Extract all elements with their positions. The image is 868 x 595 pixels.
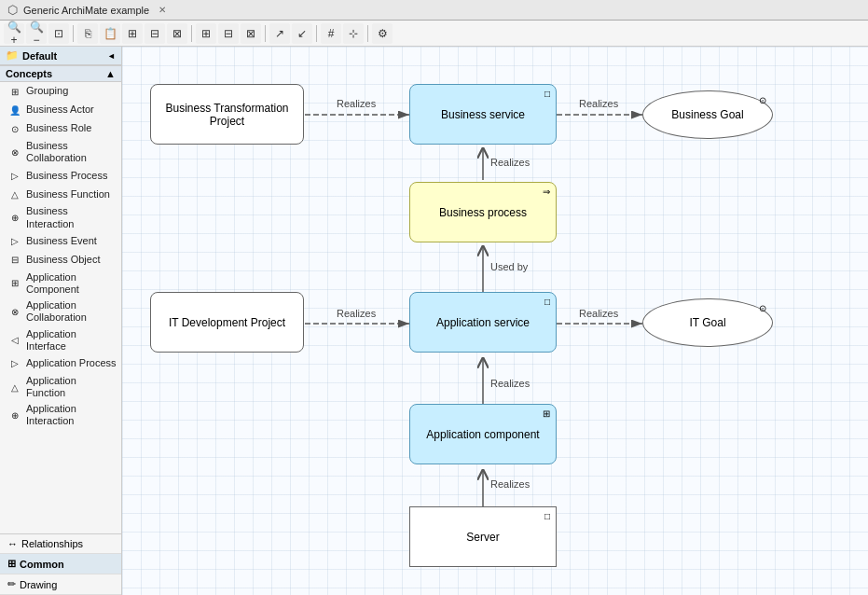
business-object-label: Business Object [26,254,100,266]
node-it-goal[interactable]: ⊙ IT Goal [642,298,773,347]
application-interface-icon: ◁ [7,333,22,348]
sidebar-item-business-object[interactable]: ⊟ Business Object [0,251,121,270]
application-process-label: Application Process [26,357,117,369]
sidebar-item-business-process[interactable]: ▷ Business Process [0,166,121,185]
label-realizes-app-service: Realizes [579,308,618,319]
sidebar-collapse-icon[interactable]: ◄ [107,51,116,61]
node-icon-biz-goal: ⊙ [759,95,766,105]
align-h-button[interactable]: ⊞ [122,23,143,44]
sidebar-scroll[interactable]: Concepts ▲ ⊞ Grouping 👤 Business Actor ⊙… [0,65,121,533]
toolbar-sep-5 [367,25,368,42]
application-function-label: Application Function [26,375,117,399]
tab-title[interactable]: Generic ArchiMate example [23,5,149,16]
import-button[interactable]: ↙ [292,23,312,44]
sidebar-bottom-tabs: ↔ Relationships ⊞ Common ✏ Drawing [0,533,121,595]
zoom-out-button[interactable]: 🔍− [26,23,47,44]
tab-relationships[interactable]: ↔ Relationships [0,534,121,554]
toolbar-sep-1 [73,25,74,42]
label-realizes-biz-service: Realizes [579,98,618,109]
layout1-button[interactable]: ⊞ [196,23,216,44]
application-interaction-icon: ⊕ [7,408,22,422]
sidebar-section-concepts[interactable]: Concepts ▲ [0,65,121,82]
grouping-icon: ⊞ [7,84,22,99]
business-role-label: Business Role [26,122,91,134]
sidebar-item-business-actor[interactable]: 👤 Business Actor [0,101,121,119]
toolbar-sep-2 [191,25,192,42]
label-realizes-app-component: Realizes [490,378,530,389]
node-it-project[interactable]: IT Development Project [150,292,304,353]
business-collaboration-icon: ⊗ [7,145,22,159]
settings-button[interactable]: ⚙ [372,23,393,44]
layout3-button[interactable]: ⊠ [241,23,261,44]
application-process-icon: ▷ [7,356,22,371]
application-function-icon: △ [7,380,22,394]
node-icon-app-service: □ [544,297,550,307]
tab-common[interactable]: ⊞ Common [0,554,121,574]
label-realizes-it-project: Realizes [337,308,376,319]
label-usedby-app-service: Used by [490,261,528,272]
distribute-button[interactable]: ⊠ [167,23,187,44]
sidebar-item-business-function[interactable]: △ Business Function [0,185,121,203]
tab-drawing[interactable]: ✏ Drawing [0,574,121,595]
sidebar-header[interactable]: 📁 Default ◄ [0,47,121,65]
paste-button[interactable]: 📋 [100,23,120,44]
node-app-component[interactable]: ⊞ Application component [409,404,557,464]
label-realizes-server: Realizes [490,478,530,490]
sidebar-item-business-interaction[interactable]: ⊕ Business Interaction [0,203,121,231]
application-collaboration-label: Application Collaboration [26,299,117,324]
relationships-tab-icon: ↔ [7,538,18,549]
tab-close-button[interactable]: ✕ [158,5,166,15]
sidebar: 📁 Default ◄ Concepts ▲ ⊞ Grouping 👤 Busi… [0,47,122,595]
sidebar-item-application-collaboration[interactable]: ⊗ Application Collaboration [0,298,121,325]
grid-toggle-button[interactable]: # [321,23,341,44]
sidebar-expand-icon: 📁 [6,49,19,62]
application-component-label: Application Component [26,271,117,296]
toolbar: 🔍+ 🔍− ⊡ ⎘ 📋 ⊞ ⊟ ⊠ ⊞ ⊟ ⊠ ↗ ↙ # ⊹ ⚙ [0,21,868,47]
business-object-icon: ⊟ [7,253,22,268]
sidebar-item-grouping[interactable]: ⊞ Grouping [0,82,121,101]
grouping-label: Grouping [26,85,68,97]
sidebar-item-business-collaboration[interactable]: ⊗ Business Collaboration [0,138,121,166]
node-biz-service[interactable]: □ Business service [409,84,557,145]
application-collaboration-icon: ⊗ [7,304,22,319]
label-realizes-biz-process: Realizes [490,157,530,168]
application-interaction-label: Application Interaction [26,403,117,427]
business-process-label: Business Process [26,170,107,182]
common-tab-label: Common [20,559,64,570]
sidebar-item-business-role[interactable]: ⊙ Business Role [0,119,121,138]
zoom-in-button[interactable]: 🔍+ [4,23,24,44]
canvas-area[interactable]: Realizes Realizes Realizes Used by Reali… [122,47,868,595]
toolbar-sep-4 [316,25,317,42]
section-collapse-icon: ▲ [105,68,116,79]
copy-button[interactable]: ⎘ [77,23,98,44]
node-app-service[interactable]: □ Application service [409,292,557,353]
business-process-icon: ▷ [7,168,22,183]
business-event-icon: ▷ [7,234,22,249]
sidebar-item-application-component[interactable]: ⊞ Application Component [0,270,121,298]
zoom-fit-button[interactable]: ⊡ [48,23,69,44]
node-biz-process[interactable]: ⇒ Business process [409,182,557,242]
node-biz-goal[interactable]: ⊙ Business Goal [642,90,773,139]
business-collaboration-label: Business Collaboration [26,140,117,164]
layout2-button[interactable]: ⊟ [218,23,239,44]
sidebar-item-business-event[interactable]: ▷ Business Event [0,232,121,251]
node-server[interactable]: □ Server [409,506,557,567]
business-function-icon: △ [7,187,22,201]
toolbar-sep-3 [265,25,266,42]
drawing-tab-icon: ✏ [7,578,16,590]
app-icon: ⬡ [7,3,18,17]
business-actor-icon: 👤 [7,103,22,118]
align-v-button[interactable]: ⊟ [145,23,165,44]
node-biz-transform[interactable]: Business Transformation Project [150,84,304,145]
sidebar-item-application-process[interactable]: ▷ Application Process [0,354,121,373]
sidebar-item-application-interaction[interactable]: ⊕ Application Interaction [0,401,121,429]
drawing-tab-label: Drawing [20,579,57,590]
sidebar-item-application-interface[interactable]: ◁ Application Interface [0,326,121,354]
main-layout: 📁 Default ◄ Concepts ▲ ⊞ Grouping 👤 Busi… [0,47,868,595]
title-bar: ⬡ Generic ArchiMate example ✕ [0,0,868,21]
business-role-icon: ⊙ [7,121,22,136]
sidebar-item-application-function[interactable]: △ Application Function [0,373,121,401]
node-icon-app-component: ⊞ [543,408,550,419]
snap-button[interactable]: ⊹ [343,23,364,44]
export-button[interactable]: ↗ [269,23,290,44]
